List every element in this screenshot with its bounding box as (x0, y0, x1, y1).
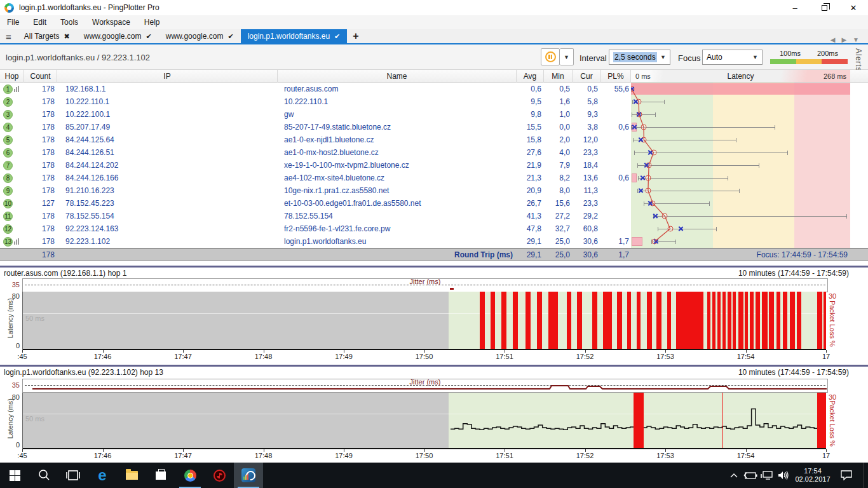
start-button[interactable] (0, 463, 29, 488)
minimize-button[interactable]: – (780, 0, 810, 15)
table-row[interactable]: 917891.210.16.22310ge-nix.r1.pra1.cz.as5… (0, 184, 868, 197)
table-row[interactable]: 817884.244.126.166ae4-102-mx-site4.bluet… (0, 172, 868, 184)
tab-google-2[interactable]: www.google.com ✔ (159, 29, 241, 43)
tab-scroll-right-icon[interactable]: ▶ (841, 36, 846, 43)
latency-graph-cell[interactable] (631, 133, 850, 146)
tab-list-menu-icon[interactable]: ≡ (0, 31, 17, 43)
avg-cell: 21,3 (517, 173, 544, 182)
col-header-cur[interactable]: Cur (573, 70, 601, 83)
table-row[interactable]: 1217892.223.124.163fr2-n5596-fe-1-vl231.… (0, 222, 868, 235)
latency-graph-cell[interactable] (631, 121, 850, 133)
show-desktop-button[interactable] (863, 463, 868, 488)
packet-loss-bar (634, 393, 644, 448)
menu-file[interactable]: File (0, 16, 26, 29)
latency-timeline-hop13[interactable]: 50 ms (22, 393, 826, 449)
gaming-app-button[interactable] (205, 463, 234, 488)
new-tab-button[interactable]: + (347, 30, 364, 43)
table-row[interactable]: 1012778.152.45.223et-10-03-00.edge01.fra… (0, 197, 868, 210)
latency-graph-cell[interactable] (631, 222, 850, 235)
col-header-count[interactable]: Count (24, 70, 57, 83)
axis-tick-label: 17:46 (94, 452, 112, 459)
latency-timeline-hop1[interactable]: 50 ms (22, 292, 826, 350)
axis-tick-label: 17:53 (656, 452, 674, 459)
jitter-strip-hop13[interactable]: Jitter (ms) (22, 379, 828, 393)
focus-select[interactable]: Auto ▼ (702, 50, 763, 65)
task-view-button[interactable] (58, 463, 88, 488)
min-cell: 1,6 (544, 97, 573, 106)
col-header-avg[interactable]: Avg (517, 70, 544, 83)
col-header-pl[interactable]: PL% (601, 70, 631, 83)
ip-cell: 85.207.17.49 (57, 123, 278, 132)
table-row[interactable]: 417885.207.17.4985-207-17-49.static.blue… (0, 121, 868, 133)
store-button[interactable] (146, 463, 175, 488)
latency-graph-cell[interactable] (631, 210, 850, 222)
latency-graph-cell[interactable] (631, 184, 850, 197)
latency-graph-cell[interactable] (631, 197, 850, 210)
table-row[interactable]: 217810.222.110.110.222.110.19,51,65,8 (0, 95, 868, 108)
volume-tray-button[interactable] (775, 463, 792, 488)
jitter-strip-hop1[interactable]: Jitter (ms) (22, 278, 828, 292)
col-header-name[interactable]: Name (278, 70, 517, 83)
focus-range-label: Focus: 17:44:59 - 17:54:59 (757, 250, 848, 259)
network-tray-button[interactable] (759, 463, 775, 488)
pause-button[interactable] (541, 48, 560, 65)
table-row[interactable]: 617884.244.126.51ae1-0-mx-host2.bluetone… (0, 146, 868, 159)
tray-expand-button[interactable] (726, 463, 742, 488)
table-row[interactable]: 1317892.223.1.102login.p1.worldoftanks.e… (0, 235, 868, 248)
hop-number-badge: 9 (3, 186, 13, 196)
tab-scroll-left-icon[interactable]: ◀ (831, 36, 836, 43)
restore-button[interactable] (810, 0, 839, 15)
min-cell: 4,0 (544, 148, 573, 157)
interval-select[interactable]: 2,5 seconds ▼ (609, 50, 670, 65)
edge-button[interactable]: e (88, 463, 117, 488)
latency-graph-cell[interactable] (631, 159, 850, 172)
pingplotter-taskbar-button[interactable] (234, 463, 263, 488)
menu-edit[interactable]: Edit (26, 16, 53, 29)
min-max-whisker (637, 165, 759, 166)
packet-loss-bar (627, 292, 631, 349)
latency-graph-cell[interactable] (631, 95, 850, 108)
close-button[interactable]: ✕ (839, 0, 868, 15)
tab-google-1[interactable]: www.google.com ✔ (77, 29, 159, 43)
menu-workspace[interactable]: Workspace (85, 16, 137, 29)
latency-graph-cell[interactable] (631, 172, 850, 184)
action-center-button[interactable] (834, 463, 859, 488)
file-explorer-button[interactable] (117, 463, 146, 488)
alerts-side-tab[interactable]: Alerts (854, 48, 863, 72)
latency-graph-cell[interactable] (631, 108, 850, 121)
col-header-min[interactable]: Min (544, 70, 573, 83)
avg-cell: 29,1 (517, 237, 544, 246)
latency-graph-cell[interactable] (631, 235, 850, 248)
menu-help[interactable]: Help (137, 16, 167, 29)
axis-tick-label: 17:50 (416, 353, 433, 360)
cur-cell: 9,3 (573, 110, 601, 119)
close-tab-icon[interactable]: ✖ (64, 32, 70, 41)
col-header-latency[interactable]: 0 ms Latency 268 ms (631, 70, 850, 82)
tab-all-targets[interactable]: All Targets ✖ (17, 29, 77, 43)
table-row[interactable]: 1178192.168.1.1router.asus.com0,60,50,55… (0, 83, 868, 95)
taskbar-clock[interactable]: 17:54 02.02.2017 (792, 467, 834, 484)
summary-pl: 1,7 (601, 250, 631, 259)
pause-dropdown-button[interactable]: ▼ (560, 48, 574, 65)
table-row[interactable]: 717884.244.124.202xe-19-1-0-100-mx-tvpm2… (0, 159, 868, 172)
ip-cell: 91.210.16.223 (57, 186, 278, 195)
latency-graph-cell[interactable] (631, 146, 850, 159)
tab-worldoftanks-active[interactable]: login.p1.worldoftanks.eu ✔ (241, 29, 348, 43)
table-row[interactable]: 1117878.152.55.15478.152.55.15441,327,22… (0, 210, 868, 222)
latency-graph-cell[interactable] (631, 83, 850, 95)
packet-loss-bar (717, 292, 721, 349)
chrome-button[interactable] (175, 463, 205, 488)
axis-tick-label: 17:46 (94, 353, 112, 360)
axis-tick-label: 17:49 (335, 452, 353, 459)
battery-tray-button[interactable] (742, 463, 759, 488)
col-header-ip[interactable]: IP (57, 70, 278, 83)
table-row[interactable]: 517884.244.125.64ae1-0-ex-njdl1.bluetone… (0, 133, 868, 146)
table-row[interactable]: 317810.222.100.1gw9,81,09,3 (0, 108, 868, 121)
hop-number-badge: 12 (3, 224, 13, 234)
round-trip-summary-row[interactable]: 178 Round Trip (ms) 29,1 25,0 30,6 1,7 F… (0, 248, 868, 261)
search-button[interactable] (29, 463, 58, 488)
menu-tools[interactable]: Tools (53, 16, 85, 29)
hop-number-badge: 3 (3, 110, 13, 119)
col-header-hop[interactable]: Hop (0, 70, 24, 83)
tab-overflow-icon[interactable]: ▼ (853, 36, 859, 43)
